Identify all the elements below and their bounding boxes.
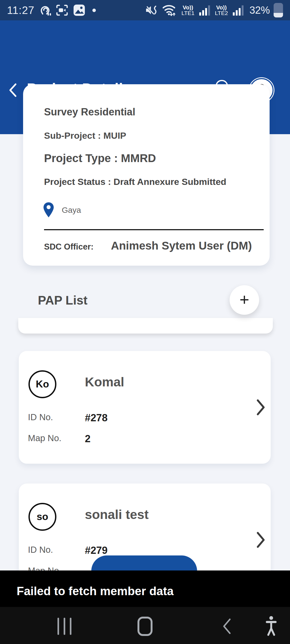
scrolled-card-remnant — [18, 318, 273, 334]
plus-icon: + — [240, 291, 249, 308]
add-pap-button[interactable]: + — [230, 285, 259, 315]
project-name: Survey Residential — [44, 106, 135, 118]
pap-list-title: PAP List — [38, 293, 88, 308]
home-icon[interactable] — [137, 617, 153, 636]
project-details-card: Survey Residential Sub-Project : MUIP Pr… — [23, 84, 270, 266]
member-initials-avatar: so — [28, 503, 56, 531]
recents-icon[interactable] — [57, 618, 71, 635]
map-label: Map No. — [28, 433, 61, 443]
status-bar: 11:27 — [0, 0, 290, 20]
member-initials-avatar: Ko — [28, 370, 56, 398]
location-pin-icon — [42, 202, 55, 218]
map-value: 2 — [85, 433, 90, 445]
status-bar-left: 11:27 — [7, 4, 96, 16]
location-name: Gaya — [62, 206, 81, 215]
wifi-icon — [162, 3, 177, 17]
sdc-officer-label: SDC Officer: — [44, 242, 93, 252]
system-nav-bar — [0, 607, 290, 644]
hearing-icon — [39, 4, 51, 16]
pap-member-card[interactable]: Ko Komal ID No. #278 Map No. 2 — [19, 351, 271, 464]
location-row: Gaya — [42, 202, 81, 218]
project-status: Project Status : Draft Annexure Submitte… — [44, 177, 226, 187]
battery-icon — [274, 3, 283, 17]
id-value: #279 — [85, 545, 108, 556]
sub-project: Sub-Project : MUIP — [44, 130, 126, 141]
status-bar-right: Vo)) LTE1 Vo)) LTE2 32% — [145, 3, 283, 17]
back-icon[interactable] — [221, 618, 233, 635]
gallery-icon — [73, 4, 85, 16]
battery-percent: 32% — [249, 5, 270, 16]
back-button[interactable] — [6, 82, 20, 99]
project-type: Project Type : MMRD — [44, 152, 156, 165]
accessibility-icon[interactable] — [263, 616, 280, 636]
sdc-officer-row: SDC Officer: Animesh Sytem User (DM) — [44, 239, 252, 252]
member-name: sonali test — [85, 507, 148, 522]
chevron-right-icon[interactable] — [255, 398, 267, 416]
network-2-label: Vo)) LTE2 — [215, 5, 228, 16]
toast-text: Failed to fetch member data — [17, 584, 173, 598]
member-name: Komal — [85, 375, 124, 389]
id-label: ID No. — [28, 545, 53, 555]
divider — [44, 229, 264, 230]
mute-vibrate-icon — [145, 4, 158, 16]
phone-screen: 11:27 — [0, 0, 290, 644]
chevron-right-icon[interactable] — [255, 531, 267, 549]
clock: 11:27 — [7, 4, 34, 16]
notification-dot-icon — [92, 9, 96, 12]
sdc-officer-value: Animesh Sytem User (DM) — [111, 239, 252, 252]
screen-record-icon — [56, 4, 68, 16]
network-1-label: Vo)) LTE1 — [182, 5, 195, 16]
signal-bars-icon-2 — [233, 5, 244, 16]
id-value: #278 — [85, 412, 108, 424]
signal-bars-icon-1 — [199, 5, 210, 16]
id-label: ID No. — [28, 412, 53, 422]
